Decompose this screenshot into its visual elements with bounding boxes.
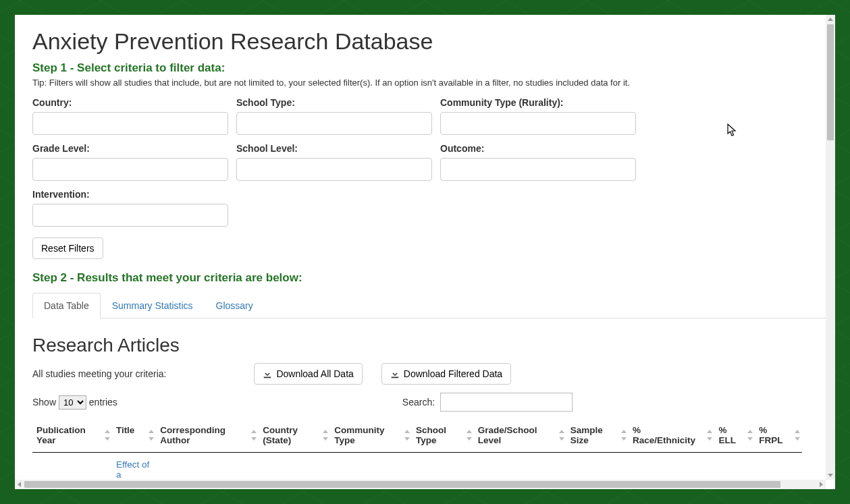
download-buttons: Download All Data Download Filtered Data	[254, 363, 511, 385]
vertical-scrollbar[interactable]	[826, 15, 835, 480]
filter-grid: Country: School Type: Community Type (Ru…	[32, 97, 654, 227]
table-controls: Show 10 entries Search:	[32, 393, 573, 412]
entries-control: Show 10 entries	[32, 395, 117, 410]
filter-community-type-label: Community Type (Rurality):	[440, 97, 636, 108]
col-publication-year[interactable]: Publication Year	[32, 418, 112, 453]
download-filtered-button[interactable]: Download Filtered Data	[381, 363, 511, 385]
filter-school-level: School Level:	[236, 143, 432, 181]
sort-icon	[104, 429, 111, 441]
download-all-button[interactable]: Download All Data	[254, 363, 362, 385]
vertical-scrollbar-thumb[interactable]	[827, 24, 834, 140]
col-frpl[interactable]: % FRPL	[755, 418, 802, 453]
article-title-link[interactable]: Effect of a	[116, 459, 149, 480]
col-country-state[interactable]: Country (State)	[259, 418, 330, 453]
results-table: Publication Year Title Corresponding Aut…	[32, 418, 802, 480]
filter-school-type-input[interactable]	[236, 112, 432, 135]
criteria-row: All studies meeting your criteria: Downl…	[32, 363, 826, 385]
download-filtered-label: Download Filtered Data	[404, 368, 502, 379]
filter-grade-level-label: Grade Level:	[32, 143, 228, 154]
filter-intervention-label: Intervention:	[32, 189, 228, 200]
filter-school-level-label: School Level:	[236, 143, 432, 154]
search-input[interactable]	[440, 393, 573, 412]
download-all-label: Download All Data	[276, 368, 353, 379]
filter-grade-level: Grade Level:	[32, 143, 228, 181]
content-scroll-area: Anxiety Prevention Research Database Ste…	[15, 15, 826, 480]
col-corresponding-author[interactable]: Corresponding Author	[156, 418, 259, 453]
show-label: Show	[32, 397, 56, 408]
filter-intervention-input[interactable]	[32, 204, 228, 227]
col-sample-size[interactable]: Sample Size	[566, 418, 629, 453]
sort-icon	[747, 429, 753, 441]
col-ell[interactable]: % ELL	[714, 418, 755, 453]
results-section-title: Research Articles	[32, 335, 826, 356]
filter-country-input[interactable]	[32, 112, 228, 135]
entries-select[interactable]: 10	[59, 395, 86, 410]
download-icon	[263, 369, 272, 379]
app-frame: Anxiety Prevention Research Database Ste…	[15, 15, 835, 489]
horizontal-scrollbar[interactable]	[15, 480, 826, 489]
filter-country-label: Country:	[32, 97, 228, 108]
search-label: Search:	[402, 397, 435, 408]
col-grade-school-level[interactable]: Grade/School Level	[474, 418, 566, 453]
sort-icon	[706, 429, 713, 441]
filter-school-type-label: School Type:	[236, 97, 432, 108]
reset-filters-button[interactable]: Reset Filters	[32, 237, 103, 259]
sort-icon	[404, 429, 410, 441]
horizontal-scrollbar-thumb[interactable]	[24, 481, 780, 488]
filter-school-level-input[interactable]	[236, 158, 432, 181]
filter-intervention: Intervention:	[32, 189, 228, 227]
results-tabs: Data Table Summary Statistics Glossary	[32, 293, 826, 318]
filter-school-type: School Type:	[236, 97, 432, 135]
filter-outcome-label: Outcome:	[440, 143, 636, 154]
sort-icon	[322, 429, 329, 441]
step1-tip: Tip: Filters will show all studies that …	[32, 78, 826, 88]
tab-glossary[interactable]: Glossary	[205, 293, 265, 318]
filter-community-type-input[interactable]	[440, 112, 636, 135]
page-title: Anxiety Prevention Research Database	[32, 28, 826, 55]
tab-summary-statistics[interactable]: Summary Statistics	[101, 293, 205, 318]
entries-label: entries	[89, 397, 117, 408]
sort-icon	[250, 429, 257, 441]
sort-icon	[148, 429, 155, 441]
step2-heading: Step 2 - Results that meet your criteria…	[32, 271, 826, 285]
filter-country: Country:	[32, 97, 228, 135]
table-header-row: Publication Year Title Corresponding Aut…	[32, 418, 802, 453]
step1-heading: Step 1 - Select criteria to filter data:	[32, 61, 826, 75]
sort-icon	[620, 429, 627, 441]
col-title[interactable]: Title	[112, 418, 156, 453]
criteria-text: All studies meeting your criteria:	[32, 368, 166, 379]
sort-icon	[558, 429, 565, 441]
col-community-type[interactable]: Community Type	[330, 418, 412, 453]
filter-community-type: Community Type (Rurality):	[440, 97, 636, 135]
filter-grade-level-input[interactable]	[32, 158, 228, 181]
sort-icon	[794, 429, 801, 441]
download-icon	[390, 369, 400, 379]
col-race-ethnicity[interactable]: % Race/Ethnicity	[629, 418, 714, 453]
tab-data-table[interactable]: Data Table	[32, 293, 101, 318]
sort-icon	[466, 429, 473, 441]
table-row: Effect of a	[32, 453, 802, 480]
col-school-type[interactable]: School Type	[412, 418, 474, 453]
search-control: Search:	[402, 393, 573, 412]
filter-outcome-input[interactable]	[440, 158, 636, 181]
filter-outcome: Outcome:	[440, 143, 636, 181]
